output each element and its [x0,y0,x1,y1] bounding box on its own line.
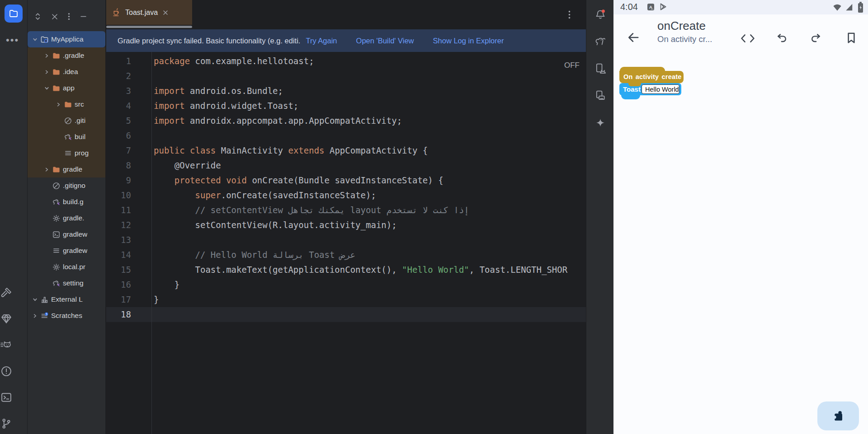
tree-item-gradlew[interactable]: gradlew [28,226,105,243]
version-control-icon[interactable] [0,417,13,430]
cellular-signal-icon [845,3,854,11]
code-line-7: public class MainActivity extends AppCom… [154,143,567,158]
project-tool-window-button[interactable] [5,5,23,23]
tree-item-local-pr[interactable]: local.pr [28,259,105,275]
hide-panel-icon[interactable] [80,13,87,20]
tree-item-prog[interactable]: prog [28,145,105,161]
tree-item-label: Scratches [51,312,82,320]
problems-icon[interactable] [0,365,13,378]
redo-icon[interactable] [809,32,822,45]
gradle-elephant-icon[interactable] [594,35,607,48]
term-icon [52,230,61,239]
collapse-all-icon[interactable] [51,13,58,20]
chevron-spacer [55,117,62,125]
right-toolbar [586,0,614,434]
banner-show-log-link[interactable]: Show Log in Explorer [433,37,504,45]
build-hammer-icon[interactable] [0,286,13,299]
battery-icon [858,1,863,13]
chevron-down-icon[interactable] [43,84,51,92]
tree-item-buil[interactable]: buil [28,129,105,145]
toast-message-field[interactable]: Hello World [642,84,679,94]
tree-item--gitigno[interactable]: .gitigno [28,177,105,194]
code-line-4: import android.widget.Toast; [154,98,567,113]
wifi-icon [833,3,842,11]
code-line-3: import android.os.Bundle; [154,84,567,98]
code-editor[interactable]: 123456789101112131415161718 package com.… [106,52,586,434]
editor-options-kebab-icon[interactable] [568,10,571,19]
code-line-1: package com.example.hellotoast; [154,54,567,69]
chevron-spacer [43,182,51,190]
bookmark-save-icon[interactable] [845,32,857,44]
line-number: 11 [106,203,131,218]
tree-item-build-g[interactable]: build.g [28,194,105,210]
event-block[interactable]: On activity create [619,71,684,83]
panel-options-kebab-icon[interactable] [68,13,70,20]
project-tree: MyApplica.gradle.ideaappsrc.gitibuilprog… [28,31,105,324]
tree-item--idea[interactable]: .idea [28,64,105,80]
gear-icon [52,214,61,223]
tree-item-scratches[interactable]: Scratches [28,308,105,324]
event-title: onCreate [657,19,706,33]
line-number: 1 [106,54,131,69]
chevron-right-icon[interactable] [55,101,62,108]
tree-item-label: gradlew [63,247,87,255]
tab-scrollbar-thumb[interactable] [106,26,192,28]
folder-logo-icon [8,8,19,19]
event-subtitle[interactable]: On activity cr... [657,34,712,44]
chevron-right-icon[interactable] [43,68,51,76]
lines-icon [63,149,72,158]
tab-close-icon[interactable] [163,10,168,15]
chevron-down-icon[interactable] [31,296,39,303]
tree-item-external-l[interactable]: External L [28,291,105,308]
tree-item-gradlew[interactable]: gradlew [28,243,105,259]
banner-message: Gradle project sync failed. Basic functi… [118,37,300,45]
gem-icon[interactable] [0,313,13,325]
view-code-icon[interactable] [740,33,756,44]
tree-item--giti[interactable]: .giti [28,112,105,129]
tree-item-gradle[interactable]: gradle [28,161,105,177]
tree-item-setting[interactable]: setting [28,275,105,291]
phone-panel: 4:04 A onCreate On activity cr... [613,0,868,434]
gemini-sparkle-icon[interactable] [594,117,607,130]
java-file-icon [112,8,121,17]
back-arrow-icon[interactable] [626,31,640,44]
blocks-fab-button[interactable] [817,401,859,430]
expand-all-icon[interactable] [34,13,42,20]
banner-try-again-link[interactable]: Try Again [306,37,337,45]
code-line-11: // setContentView يمكنك تجاهل layout إذا… [154,203,567,218]
chevron-right-icon[interactable] [43,52,51,60]
line-number: 18 [106,307,131,322]
tree-item-myapplica[interactable]: MyApplica [28,31,105,47]
tree-item--gradle[interactable]: .gradle [28,47,105,64]
line-number: 6 [106,128,131,143]
tree-item-app[interactable]: app [28,80,105,96]
tree-item-gradle-[interactable]: gradle. [28,210,105,226]
tree-item-label: gradle. [63,214,84,222]
gradle-icon [63,132,72,141]
running-devices-icon[interactable] [594,89,607,102]
chevron-right-icon[interactable] [43,166,51,173]
project-panel-toolbar [34,13,87,20]
terminal-icon[interactable] [0,391,13,404]
lines-icon [52,246,61,255]
tree-item-label: gradlew [63,230,87,238]
tab-toast-java[interactable]: Toast.java [106,0,192,25]
undo-icon[interactable] [776,32,788,45]
tree-item-label: local.pr [63,263,85,271]
chevron-spacer [43,231,51,238]
folder-icon [52,165,61,174]
more-tool-windows-icon[interactable]: ••• [6,34,19,46]
tree-item-label: build.g [63,198,84,206]
tree-item-src[interactable]: src [28,96,105,112]
device-manager-icon[interactable] [594,62,607,75]
folder-icon [52,51,61,60]
logcat-cat-icon[interactable] [0,339,13,351]
line-number: 5 [106,113,131,128]
notification-a-badge-icon: A [647,3,655,11]
project-icon [40,35,49,44]
notifications-bell-icon[interactable] [594,9,607,21]
line-number: 10 [106,188,131,203]
chevron-right-icon[interactable] [31,312,39,320]
chevron-down-icon[interactable] [31,36,39,43]
banner-open-build-link[interactable]: Open 'Build' View [356,37,414,45]
